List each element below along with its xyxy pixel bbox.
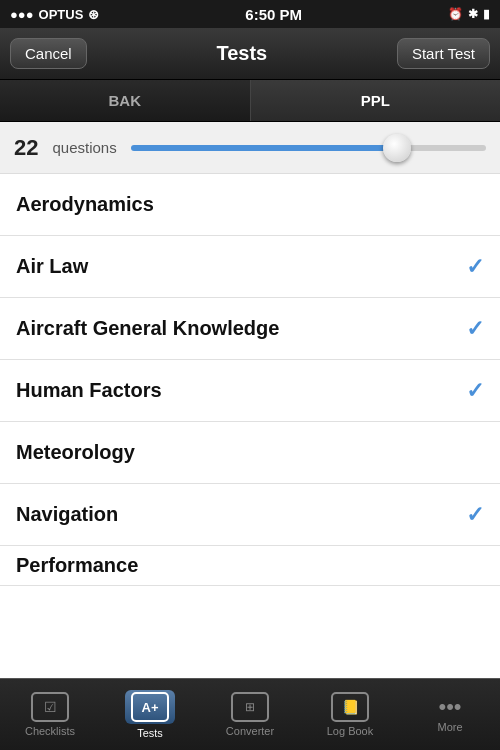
bluetooth-icon: ✱ [468, 7, 478, 21]
tab-tests[interactable]: A+ Tests [100, 679, 200, 750]
checkmark-icon: ✓ [466, 254, 484, 280]
more-icon: ••• [438, 696, 461, 718]
cancel-button[interactable]: Cancel [10, 38, 87, 69]
category-list: Aerodynamics Air Law ✓ Aircraft General … [0, 174, 500, 586]
checklist-icon: ☑ [31, 692, 69, 722]
list-item[interactable]: Aerodynamics [0, 174, 500, 236]
alarm-icon: ⏰ [448, 7, 463, 21]
page-title: Tests [216, 42, 267, 65]
list-item[interactable]: Meteorology [0, 422, 500, 484]
list-item[interactable]: Aircraft General Knowledge ✓ [0, 298, 500, 360]
carrier-label: OPTUS [39, 7, 84, 22]
tab-converter[interactable]: ⊞ Converter [200, 679, 300, 750]
tab-checklists[interactable]: ☑ Checklists [0, 679, 100, 750]
segment-ppl[interactable]: PPL [251, 80, 501, 121]
list-item[interactable]: Performance [0, 546, 500, 586]
battery-icon: ▮ [483, 7, 490, 21]
segment-bak[interactable]: BAK [0, 80, 251, 121]
checkmark-icon: ✓ [466, 378, 484, 404]
list-item[interactable]: Human Factors ✓ [0, 360, 500, 422]
tests-icon: A+ [125, 690, 175, 724]
wifi-icon: ⊛ [88, 7, 99, 22]
tab-bar: ☑ Checklists A+ Tests ⊞ Converter 📒 Log … [0, 678, 500, 750]
questions-suffix: questions [52, 139, 116, 156]
status-right: ⏰ ✱ ▮ [448, 7, 490, 21]
nav-bar: Cancel Tests Start Test [0, 28, 500, 80]
signal-bars: ●●● [10, 7, 34, 22]
logbook-icon: 📒 [331, 692, 369, 722]
question-count: 22 [14, 135, 38, 161]
list-item[interactable]: Navigation ✓ [0, 484, 500, 546]
start-test-button[interactable]: Start Test [397, 38, 490, 69]
segment-control: BAK PPL [0, 80, 500, 122]
slider-thumb[interactable] [383, 134, 411, 162]
status-bar: ●●● OPTUS ⊛ 6:50 PM ⏰ ✱ ▮ [0, 0, 500, 28]
converter-icon: ⊞ [231, 692, 269, 722]
checkmark-icon: ✓ [466, 316, 484, 342]
tab-logbook[interactable]: 📒 Log Book [300, 679, 400, 750]
list-item[interactable]: Air Law ✓ [0, 236, 500, 298]
checkmark-icon: ✓ [466, 502, 484, 528]
status-time: 6:50 PM [245, 6, 302, 23]
questions-slider[interactable] [131, 145, 486, 151]
tab-more[interactable]: ••• More [400, 679, 500, 750]
questions-row: 22 questions [0, 122, 500, 174]
status-left: ●●● OPTUS ⊛ [10, 7, 99, 22]
